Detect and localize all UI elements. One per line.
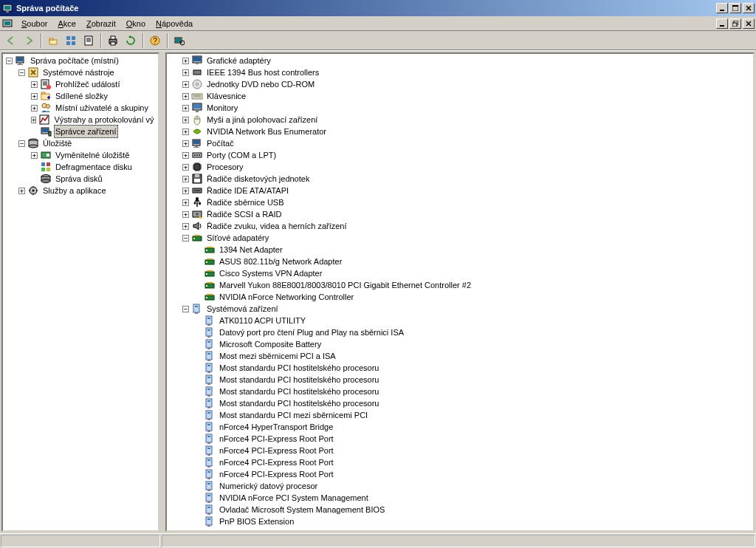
menu-akce[interactable]: Akce xyxy=(52,18,80,30)
expand-icon[interactable]: + xyxy=(31,117,36,123)
tree-item[interactable]: +Porty (COM a LPT) xyxy=(167,149,753,161)
help-button[interactable]: ? xyxy=(147,32,163,49)
tree-item[interactable]: Správce zařízení xyxy=(3,126,158,137)
right-tree-pane[interactable]: +Grafické adaptéry+IEEE 1394 Bus host co… xyxy=(165,52,755,532)
properties-button[interactable] xyxy=(80,32,97,49)
menu-nápověda[interactable]: Nápověda xyxy=(151,18,198,30)
collapse-icon[interactable]: − xyxy=(18,69,25,76)
tree-item[interactable]: +Řadiče zvuku, videa a herních zařízení xyxy=(167,220,753,232)
tree-item[interactable]: +Řadiče SCSI a RAID xyxy=(167,208,753,220)
tree-item[interactable]: ATK0110 ACPI UTILITY xyxy=(167,315,753,326)
expand-icon[interactable]: + xyxy=(182,152,189,159)
tree-item[interactable]: Most standardu PCI hostitelského proceso… xyxy=(167,397,753,409)
scan-button[interactable] xyxy=(171,32,188,49)
tree-item[interactable]: +Prohlížeč událostí xyxy=(3,78,158,90)
expand-icon[interactable]: + xyxy=(182,140,189,147)
tree-item[interactable]: +Monitory xyxy=(167,102,753,114)
tree-item[interactable]: −Systémové nástroje xyxy=(3,66,158,78)
tree-item[interactable]: Microsoft Composite Battery xyxy=(167,338,753,350)
expand-icon[interactable]: + xyxy=(182,188,189,194)
tree-item[interactable]: +NVIDIA Network Bus Enumerator xyxy=(167,126,753,137)
tree-item[interactable]: −Systémová zařízení xyxy=(167,303,753,315)
view-icons-button[interactable] xyxy=(63,32,79,49)
expand-icon[interactable]: + xyxy=(182,105,189,112)
tree-item[interactable]: +Vyměnitelné úložiště xyxy=(3,149,158,161)
collapse-icon[interactable]: − xyxy=(182,235,189,242)
expand-icon[interactable]: + xyxy=(182,117,189,123)
tree-item[interactable]: −Úložiště xyxy=(3,137,158,149)
tree-item[interactable]: nForce4 PCI-Express Root Port xyxy=(167,433,753,445)
expand-icon[interactable]: + xyxy=(31,81,38,88)
forward-button[interactable] xyxy=(21,32,37,49)
expand-icon[interactable]: + xyxy=(31,93,38,100)
tree-item[interactable]: PnP BIOS Extension xyxy=(167,516,753,527)
tree-item[interactable]: nForce4 PCI-Express Root Port xyxy=(167,468,753,480)
mdi-restore-button[interactable] xyxy=(729,18,741,29)
up-button[interactable] xyxy=(45,32,61,49)
menu-soubor[interactable]: Soubor xyxy=(16,18,52,30)
tree-item[interactable]: Most standardu PCI hostitelského proceso… xyxy=(167,374,753,386)
tree-item[interactable]: +Služby a aplikace xyxy=(3,185,158,196)
tree-item[interactable]: +Řadiče sběrnice USB xyxy=(167,196,753,208)
tree-item[interactable]: Numerický datový procesor xyxy=(167,480,753,492)
collapse-icon[interactable]: − xyxy=(18,140,25,147)
tree-item[interactable]: +Počítač xyxy=(167,137,753,149)
expand-icon[interactable]: + xyxy=(182,164,189,171)
print-button[interactable] xyxy=(105,32,121,49)
mdi-close-button[interactable] xyxy=(743,18,755,29)
collapse-icon[interactable]: − xyxy=(6,58,13,64)
expand-icon[interactable]: + xyxy=(182,93,189,100)
back-button[interactable] xyxy=(3,32,19,49)
tree-item[interactable]: Most standardu PCI hostitelského proceso… xyxy=(167,362,753,374)
tree-item[interactable]: Cisco Systems VPN Adapter xyxy=(167,267,753,279)
tree-item[interactable]: +Řadiče IDE ATA/ATAPI xyxy=(167,185,753,196)
left-tree-pane[interactable]: −Správa počítače (místní)−Systémové nást… xyxy=(1,52,159,532)
tree-item[interactable]: −Síťové adapatéry xyxy=(167,232,753,244)
expand-icon[interactable]: + xyxy=(182,81,189,88)
collapse-icon[interactable]: − xyxy=(182,306,189,312)
expand-icon[interactable]: + xyxy=(182,176,189,182)
tree-item[interactable]: NVIDIA nForce Networking Controller xyxy=(167,291,753,303)
expand-icon[interactable]: + xyxy=(182,199,189,206)
tree-item[interactable]: Datový port pro čtení Plug and Play na s… xyxy=(167,326,753,338)
tree-item[interactable]: +Procesory xyxy=(167,161,753,173)
expand-icon[interactable]: + xyxy=(182,223,189,230)
refresh-button[interactable] xyxy=(123,32,139,49)
maximize-button[interactable] xyxy=(729,3,741,13)
tree-item[interactable]: +Jednotky DVD nebo CD-ROM xyxy=(167,78,753,90)
tree-item[interactable]: ASUS 802.11b/g Network Adapter xyxy=(167,256,753,267)
tree-item[interactable]: nForce4 PCI-Express Root Port xyxy=(167,445,753,456)
tree-item[interactable]: Most standardu PCI hostitelského proceso… xyxy=(167,386,753,397)
expand-icon[interactable]: + xyxy=(182,129,189,135)
expand-icon[interactable]: + xyxy=(18,188,25,194)
tree-item[interactable]: 1394 Net Adapter xyxy=(167,244,753,256)
tree-item[interactable]: +Sdílené složky xyxy=(3,90,158,102)
tree-item[interactable]: +Místní uživatelé a skupiny xyxy=(3,102,158,114)
tree-item[interactable]: nForce4 HyperTransport Bridge xyxy=(167,421,753,433)
expand-icon[interactable]: + xyxy=(182,58,189,64)
menu-okno[interactable]: Okno xyxy=(121,18,151,30)
minimize-button[interactable] xyxy=(716,3,728,13)
tree-item[interactable]: Ovladač Microsoft System Management BIOS xyxy=(167,504,753,516)
tree-item[interactable]: −Správa počítače (místní) xyxy=(3,55,158,66)
tree-item[interactable]: +Řadiče disketových jednotek xyxy=(167,173,753,185)
tree-item[interactable]: +Klávesnice xyxy=(167,90,753,102)
tree-item[interactable]: Most standardu PCI mezi sběrnicemi PCI xyxy=(167,409,753,421)
mdi-minimize-button[interactable] xyxy=(716,18,728,29)
menu-zobrazit[interactable]: Zobrazit xyxy=(81,18,121,30)
close-button[interactable] xyxy=(743,3,755,13)
tree-item[interactable]: +Grafické adaptéry xyxy=(167,55,753,66)
tree-item[interactable]: +IEEE 1394 Bus host controllers xyxy=(167,66,753,78)
expand-icon[interactable]: + xyxy=(31,152,38,159)
expand-icon[interactable]: + xyxy=(31,105,38,112)
tree-item[interactable]: +Výstrahy a protokolování vý xyxy=(3,114,158,126)
tree-item[interactable]: NVIDIA nForce PCI System Management xyxy=(167,492,753,504)
tree-item[interactable]: +Myši a jiná polohovací zařízení xyxy=(167,114,753,126)
tree-item[interactable]: Most mezi sběrnicemi PCI a ISA xyxy=(167,350,753,362)
expand-icon[interactable]: + xyxy=(182,69,189,76)
tree-item[interactable]: Marvell Yukon 88E8001/8003/8010 PCI Giga… xyxy=(167,279,753,291)
tree-item[interactable]: Defragmentace disku xyxy=(3,161,158,173)
expand-icon[interactable]: + xyxy=(182,211,189,218)
tree-item[interactable]: nForce4 PCI-Express Root Port xyxy=(167,456,753,468)
tree-item[interactable]: Správa disků xyxy=(3,173,158,185)
